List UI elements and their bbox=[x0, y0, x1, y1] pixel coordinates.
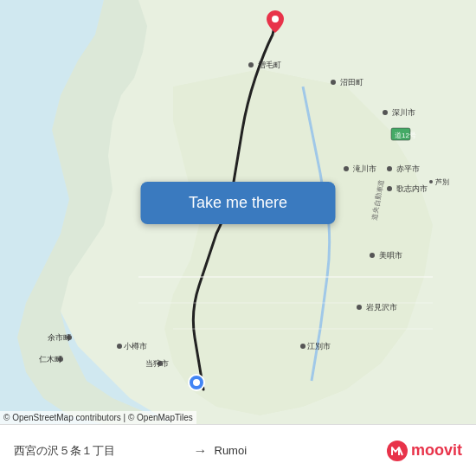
svg-text:仁木町: 仁木町 bbox=[39, 355, 62, 363]
svg-point-11 bbox=[383, 110, 388, 115]
svg-point-9 bbox=[331, 80, 336, 85]
svg-text:歌志内市: 歌志内市 bbox=[396, 184, 428, 193]
arrow-icon: → bbox=[194, 443, 208, 459]
svg-point-13 bbox=[344, 166, 349, 171]
svg-text:当狩市: 当狩市 bbox=[145, 359, 169, 368]
moovit-logo: moovit bbox=[387, 441, 462, 461]
svg-text:滝川市: 滝川市 bbox=[353, 164, 376, 173]
svg-point-17 bbox=[387, 186, 392, 191]
svg-text:芦別: 芦別 bbox=[435, 178, 449, 186]
svg-text:岩見沢市: 岩見沢市 bbox=[366, 303, 397, 312]
svg-point-19 bbox=[429, 180, 433, 183]
take-me-there-button[interactable]: Take me there bbox=[141, 182, 336, 224]
svg-point-30 bbox=[117, 344, 122, 349]
svg-text:沼田町: 沼田町 bbox=[340, 78, 363, 87]
svg-text:増毛町: 増毛町 bbox=[257, 61, 281, 69]
svg-point-24 bbox=[357, 305, 362, 310]
moovit-m-icon bbox=[387, 441, 408, 461]
svg-text:赤平市: 赤平市 bbox=[396, 164, 420, 173]
map-attribution: © OpenStreetMap contributors | © OpenMap… bbox=[0, 411, 196, 424]
svg-text:小樽市: 小樽市 bbox=[124, 342, 147, 351]
bottom-bar: 西宮の沢５条１丁目 → Rumoi moovit bbox=[0, 424, 476, 476]
svg-point-22 bbox=[370, 253, 375, 258]
svg-point-32 bbox=[300, 344, 306, 349]
svg-point-38 bbox=[272, 16, 279, 23]
route-to: Rumoi bbox=[215, 444, 388, 457]
map-container: 増毛町 沼田町 深川市 滝川市 赤平市 歌志内市 芦別 道央自動車道 美唄市 岩… bbox=[0, 0, 476, 424]
svg-text:江別市: 江別市 bbox=[307, 342, 331, 351]
svg-point-15 bbox=[387, 166, 392, 171]
moovit-wordmark: moovit bbox=[411, 441, 462, 460]
route-from: 西宮の沢５条１丁目 bbox=[14, 443, 187, 459]
svg-text:美唄市: 美唄市 bbox=[379, 251, 402, 260]
svg-text:道12号: 道12号 bbox=[395, 132, 416, 139]
svg-point-40 bbox=[193, 379, 200, 386]
svg-text:深川市: 深川市 bbox=[392, 108, 415, 117]
svg-point-7 bbox=[248, 62, 254, 68]
svg-text:余市町: 余市町 bbox=[48, 333, 71, 342]
